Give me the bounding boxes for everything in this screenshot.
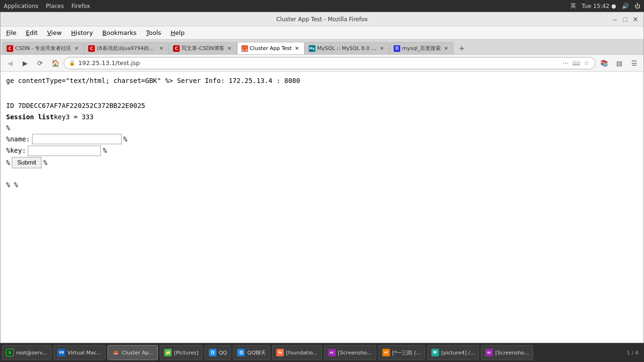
tab-icon-csdn2: C [88,45,95,52]
name-label: %name: [6,134,30,144]
library-button[interactable]: 📚 [597,57,611,70]
tab-label-baidu: mysql_百度搜索 [402,45,441,52]
url-bar[interactable]: 🔒 192.25.13.1/test.jsp ⋯ 📖 ☆ [64,57,595,69]
tab-csdn2[interactable]: C (8条消息)lijua9794的博客 ✕ [84,42,169,54]
key-pct: % [103,145,107,156]
page-submit-row: % Submit Query % [6,157,638,168]
menu-edit[interactable]: Edit [22,28,41,37]
tab-close-mysql[interactable]: ✕ [379,45,385,52]
tab-baidu[interactable]: 百 mysql_百度搜索 ✕ [389,42,454,54]
maximize-button[interactable]: □ [621,15,629,24]
new-tab-button[interactable]: + [455,42,468,54]
menu-history[interactable]: History [67,28,97,37]
tab-close-baidu[interactable]: ✕ [443,45,449,52]
power-icon[interactable]: ⏻ [635,3,640,9]
bookmark-button[interactable]: ☆ [583,58,590,67]
tab-csdn1[interactable]: C CSDN - 专业开发者社区 ✕ [2,42,84,54]
submit-after-pct: % [43,157,47,168]
menu-bookmarks[interactable]: Bookmarks [99,28,140,37]
menu-help[interactable]: Help [167,28,189,37]
tab-close-csdn2[interactable]: ✕ [158,45,165,52]
tab-label-csdn3: 写文章-CSDN博客 [182,45,224,52]
home-button[interactable]: 🏠 [49,57,62,70]
tab-close-cluster[interactable]: ✕ [294,45,300,52]
page-percent-1: % [6,123,638,133]
forward-button[interactable]: ▶ [18,57,32,70]
tab-csdn3[interactable]: C 写文章-CSDN博客 ✕ [169,42,237,54]
browser-window: Cluster App Test - Mozilla Firefox – □ ✕… [0,12,644,343]
url-options-button[interactable]: ⋯ [561,58,570,67]
tab-icon-cluster: 🦊 [241,45,248,52]
submit-before-pct: % [6,157,10,168]
system-bar: Applications Places Firefox 英 Tue 15:42 … [0,0,644,12]
page-blank-2 [6,169,638,180]
id-label: ID [6,102,18,109]
places-menu[interactable]: Places [46,3,64,9]
minimize-button[interactable]: – [611,15,619,24]
tab-icon-csdn3: C [173,45,180,52]
menu-tools[interactable]: Tools [142,28,165,37]
session-value: key3 = 333 [54,113,93,121]
tab-icon-baidu: 百 [394,45,400,52]
page-key-row: %key: % [6,145,638,156]
url-text: 192.25.13.1/test.jsp [78,59,559,66]
applications-menu[interactable]: Applications [4,3,38,9]
hamburger-menu[interactable]: ☰ [627,57,641,70]
page-line-session: Session listkey3 = 333 [6,112,638,122]
menu-view[interactable]: View [43,28,66,37]
tab-icon-mysql: My [309,45,315,52]
name-input[interactable] [32,134,122,144]
submit-button[interactable]: Submit Query [12,157,41,168]
session-label: Session list [6,113,54,121]
key-input[interactable] [28,146,101,156]
tab-label-cluster: Cluster App Test [250,45,292,51]
tab-close-csdn1[interactable]: ✕ [73,45,80,52]
tab-label-csdn2: (8条消息)lijua9794的博客 [97,45,156,52]
tab-cluster[interactable]: 🦊 Cluster App Test ✕ [237,42,305,54]
tab-icon-csdn1: C [7,45,13,52]
volume-icon[interactable]: 🔊 [622,3,629,9]
sidebar-button[interactable]: ▤ [612,57,626,70]
close-button[interactable]: ✕ [631,15,640,24]
menu-bar: File Edit View History Bookmarks Tools H… [0,26,644,40]
clock: Tue 15:42 ● [582,3,616,9]
tab-label-mysql: MySQL :: MySQL 8.0 Ref... [317,45,377,51]
reader-mode-button[interactable]: 📖 [571,58,581,67]
id-value: 7DDECC67AF7AF220252C372BB22E0025 [18,102,145,109]
language-indicator[interactable]: 英 [570,2,576,10]
url-lock-icon: 🔒 [69,60,75,66]
page-content: ge contentType="text/html; charset=GBK" … [0,72,644,343]
tab-mysql[interactable]: My MySQL :: MySQL 8.0 Ref... ✕ [305,42,389,54]
page-name-row: %name: % [6,134,638,144]
menu-file[interactable]: File [2,28,20,37]
tab-close-csdn3[interactable]: ✕ [226,45,233,52]
tab-bar: C CSDN - 专业开发者社区 ✕ C (8条消息)lijua9794的博客 … [0,40,644,55]
name-pct: % [124,134,127,144]
reload-button[interactable]: ⟳ [33,57,47,70]
page-line-blank [6,90,638,100]
back-button[interactable]: ◀ [3,57,17,70]
tab-label-csdn1: CSDN - 专业开发者社区 [15,45,71,52]
firefox-menu[interactable]: Firefox [71,3,90,9]
page-line-1: ge contentType="text/html; charset=GBK" … [6,75,638,86]
title-bar: Cluster App Test - Mozilla Firefox – □ ✕ [0,12,644,26]
key-label: %key: [6,145,26,156]
browser-title: Cluster App Test - Mozilla Firefox [276,16,368,23]
page-line-id: ID 7DDECC67AF7AF220252C372BB22E0025 [6,100,638,111]
page-last-line: % % [6,180,638,190]
nav-bar: ◀ ▶ ⟳ 🏠 🔒 192.25.13.1/test.jsp ⋯ 📖 ☆ 📚 ▤… [0,55,644,72]
